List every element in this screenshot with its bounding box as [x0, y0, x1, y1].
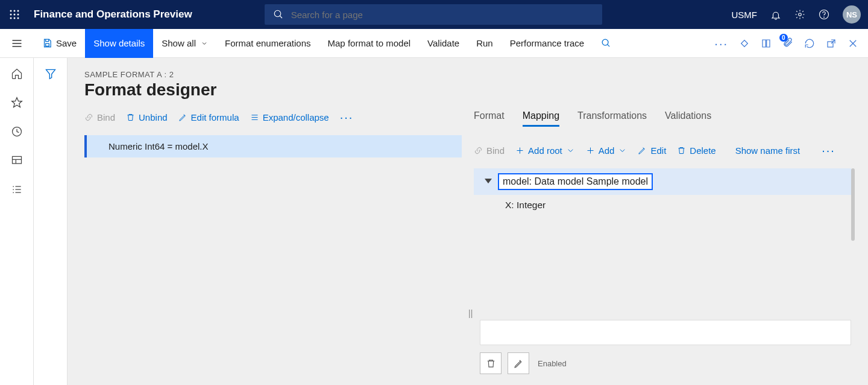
tab-format-label: Format — [474, 110, 505, 121]
svg-point-13 — [824, 17, 825, 18]
caret-icon[interactable] — [485, 179, 492, 183]
show-details-label: Show details — [93, 38, 145, 48]
show-all-label: Show all — [162, 38, 196, 48]
delete-button[interactable]: Delete — [677, 145, 715, 156]
link-icon — [474, 146, 483, 155]
clock-icon[interactable] — [11, 126, 23, 138]
bind-label: Bind — [97, 112, 115, 122]
format-enumerations-label: Format enumerations — [225, 38, 311, 48]
details-strip: Enabled — [480, 320, 851, 385]
format-enumerations-button[interactable]: Format enumerations — [216, 29, 319, 58]
mapping-toolbar: Bind Add root Add Edit — [474, 144, 851, 158]
add-root-label: Add root — [528, 145, 562, 156]
show-name-first-button[interactable]: Show name first — [735, 145, 800, 156]
save-icon — [42, 38, 52, 48]
validate-button[interactable]: Validate — [419, 29, 468, 58]
run-button[interactable]: Run — [468, 29, 502, 58]
global-search-input[interactable] — [290, 9, 594, 21]
search-icon — [273, 9, 284, 20]
enabled-label: Enabled — [538, 359, 567, 368]
bind-button: Bind — [84, 112, 115, 122]
map-format-to-model-button[interactable]: Map format to model — [319, 29, 420, 58]
format-tree-row-selected[interactable]: Numeric Int64 = model.X — [84, 135, 462, 158]
app-launcher-icon[interactable] — [0, 0, 29, 29]
header-right-cluster: USMF NS — [732, 5, 861, 24]
mapping-overflow[interactable]: ··· — [822, 144, 835, 158]
add-button[interactable]: Add — [586, 145, 627, 156]
edit-button[interactable]: Edit — [638, 145, 666, 156]
svg-point-2 — [17, 10, 19, 12]
book-icon[interactable] — [761, 38, 772, 49]
pane-splitter[interactable]: || — [468, 308, 473, 318]
format-tree-overflow[interactable]: ··· — [340, 110, 354, 124]
mapping-tree-root-row[interactable]: model: Data model Sample model — [474, 168, 851, 195]
run-label: Run — [476, 38, 493, 48]
save-button[interactable]: Save — [34, 29, 85, 58]
company-indicator[interactable]: USMF — [732, 10, 758, 20]
popout-icon[interactable] — [826, 38, 837, 49]
link-icon — [84, 113, 93, 122]
nav-rail — [0, 58, 34, 385]
add-root-button[interactable]: Add root — [515, 145, 575, 156]
svg-point-3 — [10, 14, 12, 16]
refresh-icon[interactable] — [804, 38, 815, 49]
nav-toggle-button[interactable] — [0, 29, 34, 58]
avatar-initials: NS — [846, 10, 857, 19]
svg-point-6 — [10, 18, 12, 19]
tab-format[interactable]: Format — [474, 110, 505, 127]
svg-point-18 — [602, 39, 608, 45]
plus-icon — [586, 146, 595, 155]
tab-validations-label: Validations — [665, 110, 711, 121]
close-icon[interactable] — [848, 38, 858, 49]
attachments-button[interactable]: 0 — [782, 37, 793, 50]
tab-validations[interactable]: Validations — [665, 110, 711, 127]
diamond-icon[interactable] — [739, 38, 750, 49]
mapping-tree-root-label: model: Data model Sample model — [498, 173, 653, 190]
formula-field[interactable] — [480, 320, 851, 345]
chevron-down-icon — [201, 40, 208, 47]
mapping-tree-child-row[interactable]: X: Integer — [474, 195, 851, 215]
right-tabs: Format Mapping Transformations Validatio… — [474, 110, 851, 127]
page-main: SAMPLE FORMAT A : 2 Format designer Bind… — [68, 58, 868, 385]
search-icon — [601, 38, 611, 48]
expand-collapse-button[interactable]: Expand/collapse — [250, 112, 329, 122]
overflow-menu-button[interactable]: ··· — [714, 37, 728, 49]
workspace-icon[interactable] — [11, 154, 23, 167]
funnel-icon[interactable] — [45, 68, 57, 80]
validate-label: Validate — [427, 38, 459, 48]
tab-mapping[interactable]: Mapping — [523, 110, 559, 127]
command-bar-right: ··· 0 — [714, 37, 868, 50]
star-icon[interactable] — [11, 97, 23, 109]
tab-transformations[interactable]: Transformations — [577, 110, 647, 127]
help-icon[interactable] — [819, 9, 829, 20]
show-all-button[interactable]: Show all — [153, 29, 216, 58]
expand-collapse-label: Expand/collapse — [263, 112, 329, 122]
delete-label: Delete — [690, 145, 715, 156]
edit-label: Edit — [650, 145, 666, 156]
show-details-button[interactable]: Show details — [85, 29, 153, 58]
filter-column — [34, 58, 68, 385]
delete-detail-button[interactable] — [480, 352, 502, 374]
map-format-to-model-label: Map format to model — [328, 38, 411, 48]
svg-point-8 — [17, 18, 19, 19]
user-avatar[interactable]: NS — [843, 5, 861, 24]
home-icon[interactable] — [11, 68, 23, 80]
mapping-bind-label: Bind — [486, 145, 505, 156]
trash-icon — [677, 146, 686, 155]
modules-icon[interactable] — [11, 183, 23, 196]
edit-formula-label: Edit formula — [191, 112, 239, 122]
edit-formula-button[interactable]: Edit formula — [178, 112, 239, 122]
scrollbar[interactable] — [851, 168, 855, 241]
unbind-button[interactable]: Unbind — [126, 112, 168, 122]
toolbar-search-button[interactable] — [593, 29, 620, 58]
edit-detail-button[interactable] — [508, 352, 529, 374]
svg-point-7 — [14, 18, 16, 19]
global-search[interactable] — [265, 4, 602, 25]
pencil-icon — [178, 113, 187, 122]
bell-icon[interactable] — [770, 9, 781, 20]
save-label: Save — [56, 38, 77, 48]
global-header: Finance and Operations Preview USMF NS — [0, 0, 868, 29]
gear-icon[interactable] — [794, 9, 805, 20]
performance-trace-button[interactable]: Performance trace — [502, 29, 593, 58]
svg-point-5 — [17, 14, 19, 16]
